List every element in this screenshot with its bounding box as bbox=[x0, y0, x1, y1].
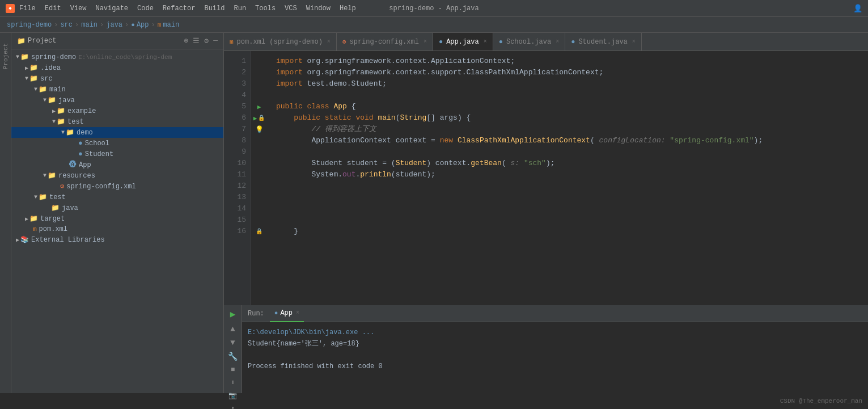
java-class-icon: ● bbox=[78, 139, 83, 147]
tab-student-icon: ● bbox=[571, 38, 575, 46]
sidebar-settings-icon[interactable]: ⚙ bbox=[204, 36, 209, 45]
window-title: spring-demo - App.java bbox=[389, 5, 479, 12]
tree-item-demo[interactable]: ▼ 📁 demo bbox=[11, 127, 223, 138]
tree-item-label: test bbox=[49, 193, 66, 201]
tree-item-label: main bbox=[49, 86, 66, 94]
tree-item-test[interactable]: ▼ 📁 test bbox=[11, 116, 223, 127]
tab-pom[interactable]: m pom.xml (spring-demo) × bbox=[224, 33, 337, 50]
tree-item-root[interactable]: ▼ 📁 spring-demo E:\online_code\spring-de… bbox=[11, 52, 223, 62]
run-button[interactable]: ▶ bbox=[230, 309, 236, 320]
chevron-icon: ▼ bbox=[25, 75, 28, 82]
menu-window[interactable]: Window bbox=[306, 5, 331, 12]
tree-item-label: test bbox=[67, 118, 84, 126]
menu-tools[interactable]: Tools bbox=[255, 5, 276, 12]
menu-navigate[interactable]: Navigate bbox=[95, 5, 128, 12]
tab-school-close[interactable]: × bbox=[556, 39, 559, 45]
tree-item-test2[interactable]: ▼ 📁 test bbox=[11, 192, 223, 203]
sidebar-header: 📁 Project ⊕ ☰ ⚙ — bbox=[11, 33, 223, 49]
menu-help[interactable]: Help bbox=[340, 5, 356, 12]
folder-icon: 📁 bbox=[29, 64, 38, 72]
chevron-icon: ▼ bbox=[16, 54, 19, 60]
breadcrumb-part-4[interactable]: ● App bbox=[131, 21, 149, 29]
tree-item-label: src bbox=[40, 75, 53, 83]
chevron-icon: ▼ bbox=[52, 119, 56, 125]
breadcrumb-part-2[interactable]: main bbox=[81, 21, 98, 29]
tab-student-close[interactable]: × bbox=[632, 39, 636, 45]
scroll-up-button[interactable]: ▲ bbox=[230, 324, 235, 334]
menu-view[interactable]: View bbox=[70, 5, 87, 12]
folder-icon: 📁 bbox=[29, 214, 38, 223]
bottom-tab-close[interactable]: × bbox=[296, 310, 299, 316]
tree-item-pom[interactable]: m pom.xml bbox=[11, 224, 223, 234]
chevron-icon: ▼ bbox=[34, 86, 37, 92]
tree-item-main[interactable]: ▼ 📁 main bbox=[11, 84, 223, 95]
breadcrumb-part-3[interactable]: java bbox=[106, 21, 122, 29]
sidebar-title: Project bbox=[28, 37, 184, 45]
project-tab-label[interactable]: Project bbox=[1, 39, 10, 74]
bottom-tab-app[interactable]: ● App × bbox=[270, 305, 304, 322]
tab-student[interactable]: ● Student.java × bbox=[565, 33, 642, 50]
breadcrumb-part-5[interactable]: m main bbox=[158, 21, 179, 29]
file-tree: ▼ 📁 spring-demo E:\online_code\spring-de… bbox=[11, 49, 223, 393]
tree-item-target[interactable]: ▶ 📁 target bbox=[11, 213, 223, 224]
tab-app[interactable]: ● App.java × bbox=[433, 33, 493, 50]
title-bar: ◆ File Edit View Navigate Code Refactor … bbox=[0, 0, 868, 17]
tab-app-close[interactable]: × bbox=[484, 39, 487, 45]
sidebar-outer: Project 📁 Project ⊕ ☰ ⚙ — ▼ 📁 bbox=[0, 33, 224, 393]
run-main: Run: ● App × E:\develop\JDK\bin\java.exe… bbox=[242, 305, 868, 393]
tree-item-example[interactable]: ▶ 📁 example bbox=[11, 106, 223, 116]
tab-spring-config[interactable]: ⚙ spring-config.xml × bbox=[337, 33, 433, 50]
sidebar-scope-icon[interactable]: ⊕ bbox=[184, 36, 189, 45]
run-arrow-5[interactable]: ▶ bbox=[257, 103, 261, 111]
sidebar-minimize-icon[interactable]: — bbox=[213, 36, 218, 45]
app-logo: ◆ bbox=[6, 4, 15, 13]
bottom-tab-icon: ● bbox=[274, 310, 278, 317]
camera-icon[interactable]: 📷 bbox=[228, 391, 237, 400]
tree-item-label: example bbox=[67, 107, 96, 115]
tab-app-label: App.java bbox=[446, 38, 479, 46]
tab-xml-close[interactable]: × bbox=[424, 39, 427, 45]
scroll-down-button[interactable]: ▼ bbox=[230, 338, 235, 347]
tree-item-app[interactable]: 🅐 App bbox=[11, 159, 223, 170]
xml-icon: ⚙ bbox=[60, 182, 64, 191]
expand-icon[interactable]: ⬆ bbox=[231, 404, 235, 409]
sidebar-collapse-icon[interactable]: ☰ bbox=[193, 36, 200, 45]
menu-code[interactable]: Code bbox=[137, 5, 154, 12]
menu-vcs[interactable]: VCS bbox=[285, 5, 297, 12]
menu-run[interactable]: Run bbox=[234, 5, 246, 12]
tree-item-spring-config[interactable]: ⚙ spring-config.xml bbox=[11, 181, 223, 192]
bulb-icon-7[interactable]: 💡 bbox=[255, 125, 264, 134]
breadcrumb: spring-demo › src › main › java › ● App … bbox=[0, 17, 868, 33]
tab-pom-label: pom.xml (spring-demo) bbox=[237, 38, 323, 46]
tree-item-idea[interactable]: ▶ 📁 .idea bbox=[11, 62, 223, 73]
code-line-2: import org.springframework.context.suppo… bbox=[276, 67, 868, 78]
tree-item-resources[interactable]: ▼ 📁 resources bbox=[11, 170, 223, 181]
tab-pom-close[interactable]: × bbox=[327, 39, 331, 45]
code-line-6: public static void main(String[] args) { bbox=[276, 112, 868, 124]
tree-item-external[interactable]: ▶ 📚 External Libraries bbox=[11, 234, 223, 245]
tree-item-java[interactable]: ▼ 📁 java bbox=[11, 95, 223, 106]
menu-file[interactable]: File bbox=[19, 5, 36, 12]
tab-school[interactable]: ● School.java × bbox=[493, 33, 565, 50]
tree-item-label: java bbox=[62, 204, 78, 212]
bottom-tab-label: App bbox=[280, 309, 293, 317]
tree-item-java2[interactable]: 📁 java bbox=[11, 203, 223, 213]
menu-edit[interactable]: Edit bbox=[45, 5, 61, 12]
code-content[interactable]: import org.springframework.context.Appli… bbox=[267, 51, 868, 305]
tree-item-school[interactable]: ● School bbox=[11, 138, 223, 149]
breadcrumb-part-1[interactable]: src bbox=[60, 21, 73, 29]
tree-item-src[interactable]: ▼ 📁 src bbox=[11, 73, 223, 84]
stop-icon[interactable]: ■ bbox=[231, 366, 235, 374]
menu-build[interactable]: Build bbox=[204, 5, 225, 12]
run-arrow-6[interactable]: ▶ bbox=[253, 115, 257, 122]
tree-item-label: School bbox=[85, 140, 109, 147]
user-icon[interactable]: 👤 bbox=[853, 4, 862, 13]
tree-item-student[interactable]: ● Student bbox=[11, 149, 223, 159]
breadcrumb-part-0[interactable]: spring-demo bbox=[7, 21, 52, 29]
wrench-icon[interactable]: 🔧 bbox=[228, 352, 238, 361]
gutter: ▶ ▶ 🔒 💡 🔒 bbox=[251, 51, 267, 305]
chevron-icon: ▶ bbox=[16, 237, 19, 243]
bottom-tab-bar: Run: ● App × bbox=[242, 305, 868, 322]
menu-refactor[interactable]: Refactor bbox=[163, 5, 196, 12]
align-icon[interactable]: ⬇ bbox=[231, 378, 235, 387]
